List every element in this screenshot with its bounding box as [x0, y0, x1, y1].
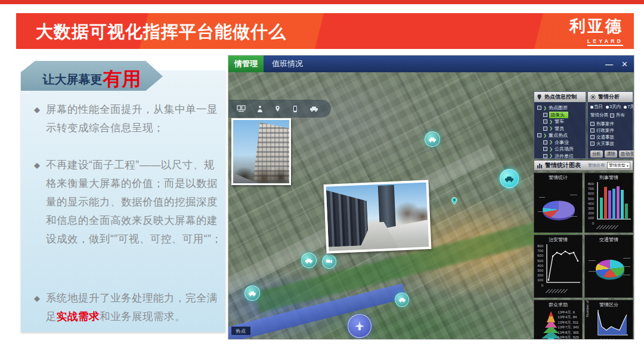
radio-3days[interactable]: 3天内	[606, 104, 621, 110]
gis-app-window: 情管理 值班情况 — ✕	[228, 56, 634, 339]
hotspot-panel-title: 热点信息控制	[544, 93, 577, 101]
minimize-button[interactable]: —	[605, 60, 613, 69]
chart-tile-traffic-alerts[interactable]: 交通警情	[584, 235, 633, 298]
chart-tile-alert-breakdown[interactable]: 警情区分 Number of Books Months	[584, 300, 633, 339]
tile-title: 群众求助	[534, 302, 582, 308]
bullet-3-red: 实战需求	[57, 310, 100, 322]
chevron-down-icon: ❯	[549, 119, 553, 124]
clear-button[interactable]: 清除	[605, 150, 617, 158]
tree-label: 公共场所	[555, 146, 574, 152]
checkbox-icon	[590, 141, 595, 146]
phone-icon[interactable]	[292, 105, 299, 113]
chevron-down-icon: ❯	[549, 147, 553, 152]
charts-panel-title: 警情统计图表	[545, 161, 581, 170]
street-photo-left-image	[233, 120, 289, 183]
analyze-button[interactable]: 分析	[590, 150, 603, 158]
tree-item-police-officer[interactable]: ❯警员	[537, 125, 584, 133]
street-photo-center-image	[326, 182, 429, 251]
checkbox-icon[interactable]	[610, 113, 614, 118]
analysis-buttons: 分析 清除 自动变换	[590, 150, 631, 158]
map-marker-patrol-car[interactable]	[301, 253, 317, 268]
location-pin-icon[interactable]	[274, 104, 281, 113]
screens-icon[interactable]	[237, 105, 246, 112]
dropdown-value: 警情类型	[609, 162, 626, 168]
tab-alert-management[interactable]: 情管理	[228, 56, 264, 72]
check-traffic-accidents[interactable]: 交通事故	[590, 134, 631, 140]
checkbox-icon[interactable]	[543, 113, 547, 117]
tree-item-police-car[interactable]: ❯警车	[537, 118, 584, 125]
logo-cn-text: 利亚德	[569, 18, 623, 35]
map-marker-patrol-car[interactable]	[395, 293, 409, 307]
chart-tile-security-alerts[interactable]: 治安警情 800 700 600 500 400 300 200 100 0	[534, 235, 583, 298]
analysis-gear-icon	[590, 94, 596, 100]
tree-item-hotspot-layers[interactable]: ❯热点图层	[537, 104, 584, 112]
tree-item-public-places[interactable]: ❯公共场所	[537, 146, 584, 153]
charts-filter-label: 警情分布	[588, 162, 605, 168]
tab-alert-management-label: 情管理	[234, 59, 258, 69]
map-marker-patrol-car[interactable]	[244, 285, 260, 301]
map-pin-marker[interactable]	[451, 196, 458, 208]
banner-prefix-text: 让大屏幕更	[43, 70, 103, 88]
chevron-down-icon: ❯	[543, 106, 547, 110]
patrol-car-icon[interactable]	[309, 105, 318, 112]
checkbox-icon[interactable]	[543, 154, 547, 158]
radio-7days[interactable]: 7天内	[624, 104, 634, 110]
checkbox-icon[interactable]	[543, 147, 547, 151]
tree-label: 警员	[555, 125, 564, 132]
tile-title: 刑事警情	[585, 174, 633, 181]
chart-tile-public-assistance[interactable]: 群众求助 13年4月, 6 13年4月, 84 13年6月, 511 13年7月…	[534, 300, 583, 339]
check-label: 交通事故	[596, 134, 614, 140]
hotspot-control-panel: 热点信息控制 ❯热点图层 摄像头 ❯警车 ❯警员 ❯重点热点 ❯企事业 ❯公共场…	[534, 91, 586, 159]
tab-duty-status[interactable]: 值班情况	[264, 56, 311, 72]
checkbox-icon[interactable]	[543, 119, 547, 124]
check-label: 火灾事故	[596, 141, 614, 147]
chart-type-dropdown[interactable]: 警情类型 ▾	[607, 162, 630, 169]
map-marker-camera[interactable]	[322, 254, 336, 269]
bullet-item-3: ◆ 系统地提升了业务处理能力，完全满足实战需求和业务展现需求。	[34, 289, 231, 326]
x-axis-ticks	[547, 288, 566, 294]
app-titlebar: 情管理 值班情况 — ✕	[228, 56, 634, 72]
officer-icon[interactable]	[256, 105, 264, 113]
radio-icon	[590, 106, 593, 109]
tree-item-camera[interactable]: 摄像头	[537, 112, 584, 119]
check-fire-accidents[interactable]: 火灾事故	[590, 140, 631, 147]
tab-duty-status-label: 值班情况	[272, 59, 303, 69]
checkbox-icon[interactable]	[537, 106, 541, 110]
check-criminal-cases[interactable]: 刑事案件	[590, 121, 631, 127]
street-photo-inset-center[interactable]	[324, 180, 432, 254]
line-chart	[544, 243, 581, 288]
map-marker-patrol-car[interactable]	[425, 131, 440, 147]
city-3d-map[interactable]: 热点 热点信息控制 ❯热点图层 摄像头 ❯警车 ❯警员 ❯重点热点 ❯企事业 ❯…	[228, 72, 634, 339]
presentation-slide: 大数据可视化指挥平台能做什么 利亚德 LEYARD 让大屏幕更 有用 ◆ 屏幕的…	[0, 0, 644, 363]
alert-analysis-panel: 警情分析 当日 3天内 7天内 警情分类 所有 刑事案件 行政案件 交	[587, 91, 633, 159]
bullet-panel: ◆ 屏幕的性能全面提升，从集中单一显示转变成综合信息呈现； ◆ 不再建设“面子工…	[21, 70, 225, 332]
leyard-logo: 利亚德 LEYARD	[569, 18, 623, 46]
radio-today[interactable]: 当日	[590, 104, 603, 110]
tree-item-foreign-units[interactable]: ❯涉外单位	[537, 153, 584, 160]
logo-en-text: LEYARD	[587, 38, 623, 46]
slide-title-bar: 大数据可视化指挥平台能做什么 利亚德 LEYARD	[16, 13, 634, 49]
auto-switch-button[interactable]: 自动变换	[619, 150, 634, 158]
checkbox-icon	[590, 122, 595, 126]
bullet-3-text: 系统地提升了业务处理能力，完全满足实战需求和业务展现需求。	[46, 289, 222, 326]
check-administrative-cases[interactable]: 行政案件	[590, 127, 631, 134]
street-photo-inset-left[interactable]	[231, 118, 291, 185]
checkbox-icon[interactable]	[543, 140, 547, 144]
chart-tile-alert-stats[interactable]: 警情统计	[534, 173, 583, 233]
map-marker-aircraft[interactable]	[348, 314, 371, 338]
tile-title: 警情区分	[585, 302, 633, 308]
map-marker-highlight[interactable]	[500, 169, 519, 188]
chart-tile-criminal-alerts[interactable]: 刑事警情 800 700 600 500 400 300 200 100 0	[584, 173, 633, 233]
checkbox-icon	[590, 128, 595, 133]
charts-panel-header: 警情统计图表 警情分布 警情类型 ▾	[534, 160, 633, 171]
close-button[interactable]: ✕	[621, 60, 628, 69]
bullet-item-1: ◆ 屏幕的性能全面提升，从集中单一显示转变成综合信息呈现；	[34, 100, 231, 137]
x-axis-ticks	[599, 338, 612, 339]
tree-item-enterprises[interactable]: ❯企事业	[537, 139, 584, 146]
map-toolbar	[228, 100, 331, 118]
checkbox-icon[interactable]	[543, 127, 547, 131]
slide-title: 大数据可视化指挥平台能做什么	[36, 20, 286, 44]
analysis-time-radios: 当日 3天内 7天内	[590, 104, 631, 110]
tree-item-key-hotspots[interactable]: ❯重点热点	[537, 132, 584, 139]
checkbox-icon[interactable]	[537, 133, 541, 137]
